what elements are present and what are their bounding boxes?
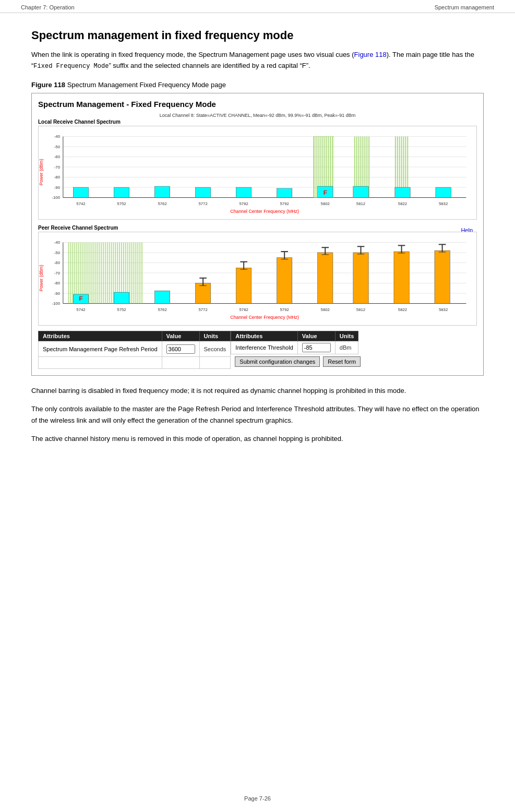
peer-chart-area: Power (dBm) -40 -50 -60 -70 -80 -90 -100 <box>38 232 477 326</box>
body-para-2: The active channel history menu is remov… <box>31 433 484 444</box>
svg-text:Channel Center Frequency (MHz): Channel Center Frequency (MHz) <box>230 209 299 214</box>
svg-rect-123 <box>195 283 210 304</box>
svg-text:5782: 5782 <box>239 201 248 206</box>
local-chart-container: Local Receive Channel Spectrum Power (dB… <box>38 119 477 220</box>
svg-rect-117 <box>139 242 140 303</box>
right-table-value-0[interactable] <box>297 341 335 354</box>
svg-text:5762: 5762 <box>158 201 166 206</box>
svg-rect-20 <box>195 187 210 198</box>
threshold-input[interactable] <box>302 343 331 352</box>
svg-rect-17 <box>73 187 88 198</box>
svg-rect-83 <box>70 242 71 303</box>
header-left: Chapter 7: Operation <box>21 4 75 10</box>
svg-rect-97 <box>99 242 100 303</box>
figure-caption-label: Figure 118 <box>31 81 65 89</box>
footer-text: Page 7-26 <box>244 795 271 802</box>
right-table-units-header: Units <box>335 331 358 341</box>
submit-button[interactable]: Submit configuration changes <box>235 356 320 367</box>
page-header: Chapter 7: Operation Spectrum management <box>0 0 515 13</box>
svg-rect-135 <box>318 253 333 304</box>
left-table-value-header: Value <box>162 331 199 341</box>
left-table-units-header: Units <box>199 331 231 341</box>
svg-text:5802: 5802 <box>321 307 330 312</box>
table-row: Interference Threshold dBm <box>231 341 358 354</box>
main-content: Spectrum management in fixed frequency m… <box>0 13 515 473</box>
svg-rect-92 <box>89 242 90 303</box>
svg-rect-122 <box>154 291 170 303</box>
figure-118-link[interactable]: Figure 118 <box>354 51 387 58</box>
right-table-units-0: dBm <box>335 341 358 354</box>
refresh-period-input[interactable] <box>166 344 195 354</box>
table-row-empty <box>39 357 231 369</box>
svg-text:-90: -90 <box>54 185 61 190</box>
svg-text:5782: 5782 <box>239 307 248 312</box>
figure-caption-text: Spectrum Management Fixed Frequency Mode… <box>65 81 226 89</box>
figure-box: Spectrum Management - Fixed Frequency Mo… <box>31 93 484 376</box>
svg-text:5792: 5792 <box>280 307 289 312</box>
header-right: Spectrum management <box>435 4 494 10</box>
svg-text:-100: -100 <box>52 301 60 306</box>
right-table-value-header: Value <box>297 331 335 341</box>
svg-rect-53 <box>436 187 451 198</box>
svg-rect-113 <box>131 242 133 303</box>
right-table-section: Attributes Value Units Interference Thre… <box>231 331 365 369</box>
svg-text:5772: 5772 <box>198 307 207 312</box>
local-chart-area: Power (dBm) -40 -50 -60 -70 -80 -90 -100 <box>38 126 477 220</box>
svg-rect-139 <box>353 253 368 304</box>
svg-text:-60: -60 <box>54 260 61 265</box>
svg-rect-102 <box>109 242 110 303</box>
reset-button[interactable]: Reset form <box>323 356 361 367</box>
svg-text:-40: -40 <box>54 134 61 139</box>
svg-rect-112 <box>129 242 130 303</box>
svg-rect-84 <box>72 242 73 303</box>
svg-text:-50: -50 <box>54 145 61 149</box>
svg-text:-60: -60 <box>54 154 61 159</box>
svg-text:5812: 5812 <box>356 201 365 206</box>
button-row: Submit configuration changes Reset form <box>231 354 365 369</box>
figure-caption: Figure 118 Spectrum Management Fixed Fre… <box>31 81 484 89</box>
svg-text:5772: 5772 <box>198 201 207 206</box>
intro-text-end: ” suffix and the selected channels are i… <box>109 62 310 69</box>
svg-text:-50: -50 <box>54 250 61 255</box>
svg-rect-93 <box>91 242 92 303</box>
intro-text-start: When the link is operating in fixed freq… <box>31 51 354 58</box>
svg-text:5792: 5792 <box>280 201 289 206</box>
svg-rect-143 <box>394 252 409 304</box>
svg-rect-104 <box>113 242 114 303</box>
table-row: Spectrum Management Page Refresh Period … <box>39 341 231 356</box>
svg-rect-147 <box>435 250 450 303</box>
svg-text:5822: 5822 <box>398 307 407 312</box>
svg-text:-80: -80 <box>54 175 61 180</box>
svg-rect-51 <box>353 186 368 197</box>
page-footer: Page 7-26 <box>0 795 515 802</box>
svg-text:F: F <box>79 295 82 302</box>
svg-text:5822: 5822 <box>398 201 407 206</box>
svg-text:5742: 5742 <box>76 201 85 206</box>
right-config-table: Attributes Value Units Interference Thre… <box>231 331 358 354</box>
code-text: Fixed Frequency Mode <box>33 63 109 70</box>
local-chart-info: Local Channel 8: State=ACTIVE CHANNEL, M… <box>38 113 477 118</box>
intro-paragraph: When the link is operating in fixed freq… <box>31 50 484 71</box>
svg-text:5752: 5752 <box>117 307 126 312</box>
local-chart-label: Local Receive Channel Spectrum <box>38 119 477 125</box>
svg-rect-96 <box>97 242 98 303</box>
svg-rect-127 <box>236 268 251 303</box>
svg-rect-101 <box>107 242 108 303</box>
right-table-attr-header: Attributes <box>231 331 297 341</box>
svg-text:-70: -70 <box>54 165 61 170</box>
svg-rect-82 <box>68 242 69 303</box>
svg-rect-115 <box>135 242 136 303</box>
svg-text:-100: -100 <box>52 195 60 200</box>
left-table-value-0[interactable] <box>162 341 199 356</box>
body-para-0: Channel barring is disabled in fixed fre… <box>31 385 484 396</box>
svg-text:5752: 5752 <box>117 201 126 206</box>
page-title: Spectrum management in fixed frequency m… <box>31 29 484 42</box>
svg-rect-18 <box>114 187 129 198</box>
svg-text:5832: 5832 <box>439 307 448 312</box>
svg-rect-131 <box>277 258 292 304</box>
left-table-units-0: Seconds <box>199 341 231 356</box>
svg-text:Power (dBm): Power (dBm) <box>39 159 44 185</box>
svg-rect-103 <box>111 242 112 303</box>
left-config-table: Attributes Value Units Spectrum Manageme… <box>38 331 231 369</box>
svg-text:5762: 5762 <box>158 307 166 312</box>
